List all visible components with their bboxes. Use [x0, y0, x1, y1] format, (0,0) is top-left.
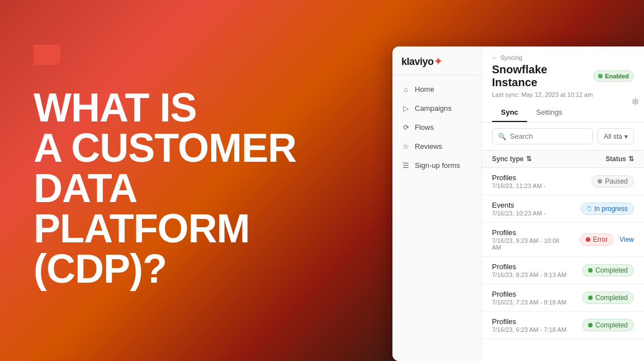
sort-icon: ⇅: [526, 155, 532, 163]
klaviyo-panel: klaviyo✦ ⌂ Home ▷ Campaigns ⟳ Flows ☆ Re…: [392, 46, 644, 361]
row-time: 7/16/23, 11:23 AM -: [492, 182, 567, 189]
row-time: 7/16/23, 8:23 AM - 9:13 AM: [492, 271, 567, 278]
page-header: ← Syncing Snowflake Instance Enabled Las…: [482, 46, 644, 123]
view-error-link[interactable]: View: [619, 236, 634, 243]
breadcrumb-arrow-icon: ←: [492, 54, 498, 61]
column-header-sync-type: Sync type ⇅: [492, 155, 567, 163]
sidebar-item-reviews[interactable]: ☆ Reviews: [392, 137, 481, 156]
row-status: Paused: [567, 175, 634, 187]
table-row: Profiles 7/16/23, 11:23 AM - Paused: [482, 168, 644, 195]
campaigns-icon: ▷: [401, 104, 410, 112]
sidebar-item-signup-forms[interactable]: ☰ Sign-up forms: [392, 156, 481, 175]
table-row: Profiles 7/16/23, 7:23 AM - 8:18 AM Comp…: [482, 284, 644, 312]
tab-settings[interactable]: Settings: [527, 104, 571, 122]
sidebar-navigation: ⌂ Home ▷ Campaigns ⟳ Flows ☆ Reviews ☰ S…: [392, 75, 481, 179]
table-area: 🔍 All sta ▾ Sync type ⇅ Status ⇅: [482, 123, 644, 361]
completed-dot-icon: [588, 323, 593, 327]
enabled-badge: Enabled: [593, 71, 634, 82]
row-status: Completed: [567, 292, 634, 304]
table-row: Profiles 7/16/23, 6:23 AM - 7:18 AM Comp…: [482, 312, 644, 339]
row-type: Events: [492, 201, 567, 209]
row-status: Completed: [567, 319, 634, 331]
flows-icon: ⟳: [401, 123, 410, 132]
main-content: ← Syncing Snowflake Instance Enabled Las…: [482, 46, 644, 361]
row-left: Profiles 7/16/23, 9:23 AM - 10:08 AM: [492, 228, 567, 251]
row-type: Profiles: [492, 228, 567, 237]
sidebar-item-home[interactable]: ⌂ Home: [392, 79, 481, 99]
home-icon: ⌂: [401, 85, 410, 93]
status-badge-completed: Completed: [582, 264, 634, 276]
row-time: 7/16/23, 7:23 AM - 8:18 AM: [492, 299, 567, 306]
status-badge-in-progress: In progress: [581, 203, 634, 215]
row-left: Profiles 7/16/23, 7:23 AM - 8:18 AM: [492, 290, 567, 306]
logo-mark-icon: [34, 45, 60, 65]
sidebar-item-campaigns[interactable]: ▷ Campaigns: [392, 99, 481, 118]
column-header-status: Status ⇅: [567, 155, 634, 163]
completed-dot-icon: [588, 296, 593, 300]
table-toolbar: 🔍 All sta ▾: [482, 123, 644, 151]
table-row: Events 7/16/23, 10:23 AM - In progress: [482, 195, 644, 223]
row-left: Profiles 7/16/23, 6:23 AM - 7:18 AM: [492, 317, 567, 333]
signup-forms-icon: ☰: [401, 161, 410, 170]
row-left: Profiles 7/16/23, 8:23 AM - 9:13 AM: [492, 262, 567, 278]
hero-title: WHAT IS A CUSTOMER DATA PLATFORM (CDP)?: [34, 87, 358, 289]
snowflake-icon: ❄: [631, 96, 640, 108]
status-badge-error: Error: [580, 233, 614, 246]
spinner-icon: [587, 207, 591, 211]
instance-header: Snowflake Instance Enabled: [492, 63, 634, 89]
completed-dot-icon: [588, 268, 593, 273]
status-badge-completed: Completed: [582, 319, 634, 331]
row-left: Events 7/16/23, 10:23 AM -: [492, 201, 567, 217]
row-type: Profiles: [492, 290, 567, 298]
row-left: Profiles 7/16/23, 11:23 AM -: [492, 174, 567, 189]
status-badge-paused: Paused: [591, 175, 634, 187]
row-status: Error View: [567, 233, 634, 246]
row-time: 7/16/23, 10:23 AM -: [492, 210, 567, 217]
search-input[interactable]: [510, 132, 587, 140]
search-box[interactable]: 🔍: [492, 128, 593, 144]
row-type: Profiles: [492, 317, 567, 326]
error-dot-icon: [586, 237, 590, 242]
chevron-down-icon: ▾: [624, 133, 628, 140]
row-status: In progress: [567, 203, 634, 215]
status-filter-button[interactable]: All sta ▾: [598, 128, 634, 144]
sidebar-header: klaviyo✦: [392, 46, 481, 75]
klaviyo-logo: klaviyo✦: [401, 55, 472, 68]
row-time: 7/16/23, 9:23 AM - 10:08 AM: [492, 237, 567, 251]
hero-section: WHAT IS A CUSTOMER DATA PLATFORM (CDP)?: [0, 0, 391, 361]
sort-icon: ⇅: [628, 155, 634, 163]
sidebar: klaviyo✦ ⌂ Home ▷ Campaigns ⟳ Flows ☆ Re…: [392, 46, 482, 361]
tab-sync[interactable]: Sync: [492, 104, 527, 122]
status-badge-completed: Completed: [582, 292, 634, 304]
enabled-dot-icon: [598, 74, 603, 78]
instance-title: Snowflake Instance: [492, 63, 588, 89]
tab-bar: Sync Settings: [492, 104, 634, 122]
row-time: 7/16/23, 6:23 AM - 7:18 AM: [492, 326, 567, 333]
row-status: Completed: [567, 264, 634, 276]
table-header: Sync type ⇅ Status ⇅: [482, 151, 644, 168]
search-icon: 🔍: [498, 133, 506, 140]
sidebar-item-flows[interactable]: ⟳ Flows: [392, 118, 481, 137]
last-sync-text: Last sync: May 12, 2023 at 10:12 am: [492, 91, 634, 98]
reviews-icon: ☆: [401, 142, 410, 151]
table-row: Profiles 7/16/23, 9:23 AM - 10:08 AM Err…: [482, 223, 644, 257]
breadcrumb: ← Syncing: [492, 54, 634, 61]
table-row: Profiles 7/16/23, 8:23 AM - 9:13 AM Comp…: [482, 257, 644, 284]
row-type: Profiles: [492, 262, 567, 271]
row-type: Profiles: [492, 174, 567, 182]
paused-dot-icon: [598, 179, 602, 184]
